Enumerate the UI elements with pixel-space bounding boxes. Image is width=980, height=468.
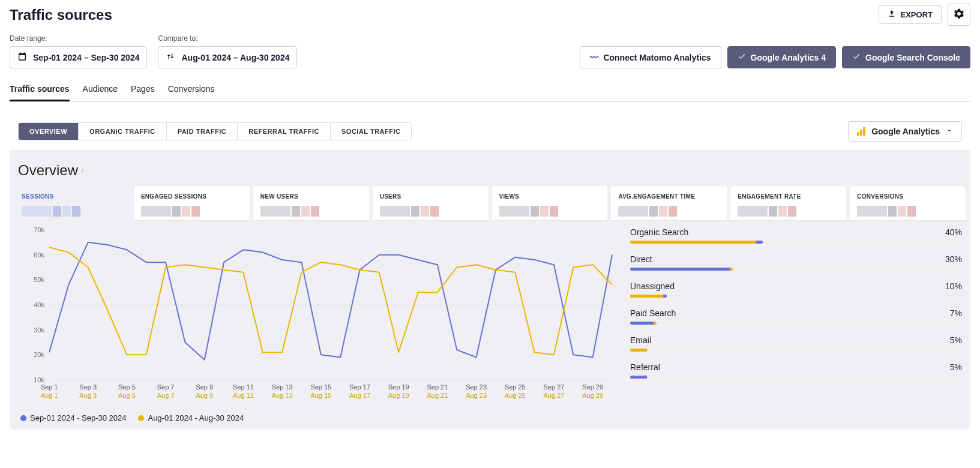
traffic-row-organic-search[interactable]: Organic Search40% (630, 227, 962, 244)
svg-text:Sep 5: Sep 5 (118, 383, 136, 391)
ga4-label: Google Analytics 4 (751, 53, 826, 62)
traffic-percent: 5% (950, 335, 962, 345)
traffic-row-direct[interactable]: Direct30% (630, 254, 962, 271)
export-button[interactable]: EXPORT (879, 5, 942, 24)
svg-text:Aug 15: Aug 15 (310, 392, 331, 399)
date-range-label: Date range: (10, 34, 147, 43)
metric-card-engaged-sessions[interactable]: ENGAGED SESSIONS (134, 186, 250, 220)
traffic-percent: 7% (950, 308, 962, 318)
traffic-row-unassigned[interactable]: Unassigned10% (630, 281, 962, 298)
analytics-source-selector[interactable]: Google Analytics (848, 121, 962, 142)
legend-series-b: Aug-01 2024 - Aug-30 2024 (138, 413, 244, 422)
svg-text:Sep 25: Sep 25 (505, 383, 526, 391)
traffic-row-paid-search[interactable]: Paid Search7% (630, 308, 962, 325)
svg-text:Aug 7: Aug 7 (157, 392, 175, 399)
compare-to-picker[interactable]: Aug-01 2024 – Aug-30 2024 (158, 46, 297, 68)
metric-card-engagement-rate[interactable]: ENGAGEMENT RATE (730, 186, 846, 220)
sub-tab-overview[interactable]: OVERVIEW (19, 123, 79, 140)
svg-text:Sep 3: Sep 3 (79, 383, 97, 391)
main-tab-conversions[interactable]: Conversions (168, 80, 215, 101)
info-icon: i (82, 166, 83, 175)
svg-text:Aug 27: Aug 27 (544, 392, 565, 399)
metric-label: CONVERSIONS (857, 193, 958, 200)
metric-card-users[interactable]: USERS (373, 186, 488, 220)
main-tabs: Traffic sourcesAudiencePagesConversions (10, 80, 970, 102)
svg-text:Aug 23: Aug 23 (466, 392, 487, 399)
metric-label: ENGAGEMENT RATE (738, 193, 839, 200)
traffic-percent: 40% (945, 227, 962, 237)
google-analytics-icon (857, 127, 865, 136)
metric-card-sessions[interactable]: SESSIONS (14, 186, 130, 220)
main-tab-pages[interactable]: Pages (131, 80, 155, 101)
connect-matomo-button[interactable]: 〰 Connect Matomo Analytics (580, 46, 721, 68)
svg-text:Aug 19: Aug 19 (388, 392, 409, 399)
svg-text:Sep 1: Sep 1 (41, 383, 58, 391)
traffic-label: Email (630, 335, 651, 345)
export-label: EXPORT (901, 10, 933, 19)
metric-card-new-users[interactable]: NEW USERS (253, 186, 369, 220)
svg-text:Aug 17: Aug 17 (349, 392, 370, 399)
sessions-chart: 10k20k30k40k50k60k70kSep 1Aug 1Sep 3Aug … (18, 224, 618, 422)
sub-tab-paid-traffic[interactable]: PAID TRAFFIC (167, 123, 238, 140)
traffic-label: Referral (630, 362, 660, 372)
main-tab-audience[interactable]: Audience (83, 80, 118, 101)
main-tab-traffic-sources[interactable]: Traffic sources (10, 80, 70, 101)
metric-label: AVG.ENGAGEMENT TIME (618, 193, 720, 200)
svg-text:50k: 50k (34, 276, 44, 283)
metric-label: USERS (380, 193, 481, 200)
traffic-row-referral[interactable]: Referral5% (630, 362, 962, 379)
svg-text:Sep 11: Sep 11 (233, 383, 254, 391)
svg-text:30k: 30k (34, 326, 44, 334)
date-range-picker[interactable]: Sep-01 2024 – Sep-30 2024 (10, 46, 147, 68)
traffic-breakdown: Organic Search40%Direct30%Unassigned10%P… (630, 224, 962, 422)
integration-buttons: 〰 Connect Matomo Analytics Google Analyt… (580, 46, 970, 68)
metric-label: VIEWS (499, 193, 601, 200)
legend-series-a: Sep-01 2024 - Sep-30 2024 (20, 413, 126, 422)
sub-tab-referral-traffic[interactable]: REFERRAL TRAFFIC (238, 123, 331, 140)
svg-text:Sep 13: Sep 13 (272, 383, 293, 391)
chart-legend: Sep-01 2024 - Sep-30 2024 Aug-01 2024 - … (18, 413, 618, 422)
calendar-icon (17, 52, 27, 63)
date-filters: Date range: Sep-01 2024 – Sep-30 2024 Co… (10, 34, 297, 68)
sub-tab-social-traffic[interactable]: SOCIAL TRAFFIC (331, 123, 411, 140)
matomo-label: Connect Matomo Analytics (603, 53, 711, 62)
svg-text:Sep 27: Sep 27 (544, 383, 565, 391)
settings-button[interactable] (948, 4, 970, 26)
svg-text:Sep 29: Sep 29 (582, 383, 603, 391)
metric-card-views[interactable]: VIEWS (492, 186, 608, 220)
traffic-percent: 30% (945, 254, 962, 264)
sub-tab-organic-traffic[interactable]: ORGANIC TRAFFIC (79, 123, 167, 140)
metric-card-conversions[interactable]: CONVERSIONS (850, 186, 966, 220)
svg-text:Sep 7: Sep 7 (157, 383, 175, 391)
check-icon (852, 52, 861, 62)
ga4-button[interactable]: Google Analytics 4 (727, 46, 837, 68)
traffic-label: Paid Search (630, 308, 676, 318)
svg-text:10k: 10k (34, 376, 44, 383)
svg-text:20k: 20k (34, 351, 44, 358)
upload-icon (888, 10, 896, 20)
svg-text:Aug 1: Aug 1 (41, 392, 58, 399)
gsc-label: Google Search Console (865, 53, 960, 62)
check-icon (738, 52, 746, 62)
svg-text:Aug 13: Aug 13 (272, 392, 293, 399)
overview-title-text: Overview (18, 162, 78, 179)
compare-to-label: Compare to: (158, 34, 297, 43)
traffic-label: Unassigned (630, 281, 675, 291)
svg-text:Sep 17: Sep 17 (349, 383, 370, 391)
traffic-row-email[interactable]: Email5% (630, 335, 962, 352)
compare-to-value: Aug-01 2024 – Aug-30 2024 (181, 53, 289, 62)
svg-text:Aug 3: Aug 3 (79, 392, 97, 399)
metric-label: NEW USERS (260, 193, 362, 200)
top-actions: EXPORT (879, 4, 970, 26)
svg-text:Sep 15: Sep 15 (310, 383, 331, 391)
metric-card-avg-engagement-time[interactable]: AVG.ENGAGEMENT TIME (611, 186, 727, 220)
svg-text:Aug 21: Aug 21 (427, 392, 448, 399)
swap-icon (166, 52, 175, 63)
svg-text:Aug 29: Aug 29 (582, 392, 603, 399)
svg-text:Aug 11: Aug 11 (233, 392, 254, 399)
svg-text:Aug 9: Aug 9 (196, 392, 213, 399)
matomo-icon: 〰 (590, 53, 598, 62)
legend-series-b-label: Aug-01 2024 - Aug-30 2024 (148, 413, 244, 422)
gsc-button[interactable]: Google Search Console (842, 46, 970, 68)
metric-tabs: SESSIONSENGAGED SESSIONSNEW USERSUSERSVI… (10, 186, 970, 220)
